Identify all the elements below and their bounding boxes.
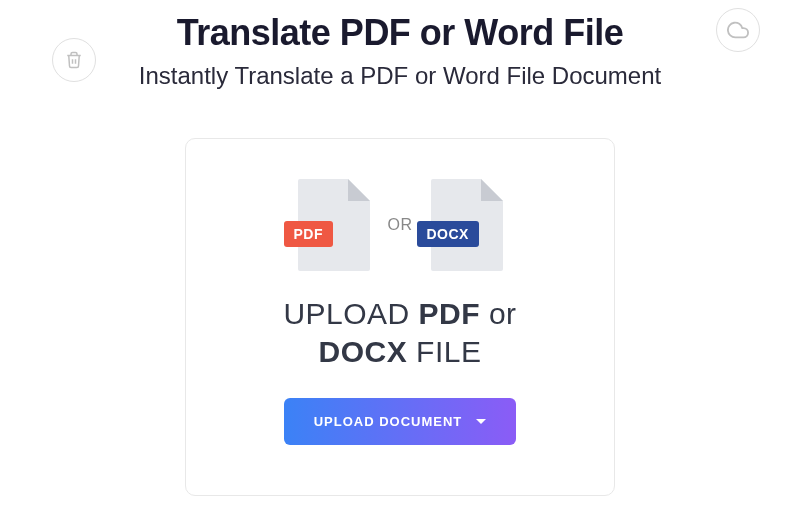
trash-button[interactable] <box>52 38 96 82</box>
upload-suffix: FILE <box>407 335 481 368</box>
page-title: Translate PDF or Word File <box>0 12 800 54</box>
upload-document-button[interactable]: UPLOAD DOCUMENT <box>284 398 517 445</box>
upload-pdf-word: PDF <box>419 297 481 330</box>
file-fold <box>481 179 503 201</box>
or-label: OR <box>388 216 413 234</box>
pdf-badge: PDF <box>284 221 334 247</box>
file-fold <box>348 179 370 201</box>
trash-icon <box>65 51 83 69</box>
upload-card: PDF OR DOCX UPLOAD PDF or DOCX FILE UPLO… <box>185 138 615 496</box>
pdf-file-icon: PDF <box>298 179 370 271</box>
page-header: Translate PDF or Word File Instantly Tra… <box>0 0 800 90</box>
cloud-button[interactable] <box>716 8 760 52</box>
page-subtitle: Instantly Translate a PDF or Word File D… <box>0 62 800 90</box>
docx-badge: DOCX <box>417 221 479 247</box>
docx-file-icon: DOCX <box>431 179 503 271</box>
upload-text: UPLOAD PDF or DOCX FILE <box>216 295 584 370</box>
upload-mid: or <box>480 297 517 330</box>
chevron-down-icon <box>476 419 486 424</box>
cloud-icon <box>727 19 749 41</box>
upload-button-label: UPLOAD DOCUMENT <box>314 414 463 429</box>
upload-prefix: UPLOAD <box>283 297 418 330</box>
upload-docx-word: DOCX <box>319 335 408 368</box>
file-icons-row: PDF OR DOCX <box>216 179 584 271</box>
